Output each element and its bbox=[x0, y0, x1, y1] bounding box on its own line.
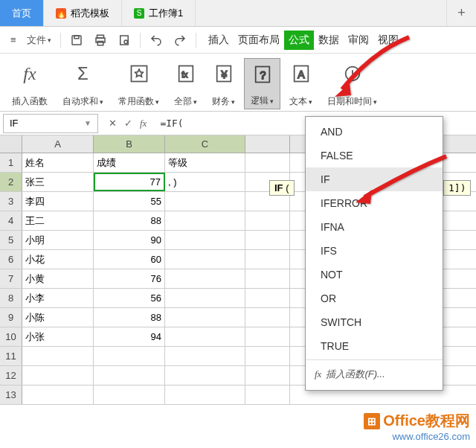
save-icon[interactable] bbox=[65, 31, 88, 50]
cell[interactable]: 等级 bbox=[165, 153, 245, 172]
row-header[interactable]: 10 bbox=[0, 327, 22, 346]
row-header[interactable]: 13 bbox=[0, 385, 22, 404]
tab-workbook1[interactable]: S 工作簿1 bbox=[122, 0, 196, 26]
cell[interactable]: 小李 bbox=[22, 289, 94, 307]
cell[interactable] bbox=[165, 211, 245, 230]
cell[interactable]: 88 bbox=[94, 308, 165, 327]
cell[interactable] bbox=[22, 347, 94, 365]
row-header[interactable]: 3 bbox=[0, 192, 22, 211]
file-menu[interactable]: 文件▾ bbox=[22, 31, 56, 50]
row-header[interactable]: 11 bbox=[0, 347, 22, 365]
cell[interactable]: 90 bbox=[94, 231, 165, 249]
cell[interactable]: 小陈 bbox=[22, 308, 94, 327]
dropdown-item-not[interactable]: NOT bbox=[306, 263, 443, 287]
all-functions-button[interactable]: fx 全部▾ bbox=[168, 58, 203, 109]
ribbon-tab-insert[interactable]: 插入 bbox=[204, 31, 234, 50]
col-header-d[interactable] bbox=[245, 135, 290, 153]
cell[interactable] bbox=[165, 327, 245, 346]
row-header[interactable]: 8 bbox=[0, 289, 22, 307]
cell[interactable] bbox=[94, 385, 165, 404]
hamburger-icon[interactable]: ≡ bbox=[6, 31, 21, 48]
cell-editing[interactable]: , ) bbox=[165, 173, 245, 191]
cell[interactable] bbox=[245, 269, 290, 288]
accept-formula-icon[interactable]: ✓ bbox=[124, 118, 132, 129]
cell[interactable] bbox=[165, 192, 245, 211]
row-header[interactable]: 12 bbox=[0, 366, 22, 385]
cell-active[interactable]: 77 bbox=[94, 173, 165, 191]
print-icon[interactable] bbox=[89, 31, 112, 50]
common-functions-button[interactable]: 常用函数▾ bbox=[112, 58, 165, 109]
tab-home[interactable]: 首页 bbox=[0, 0, 44, 26]
cancel-formula-icon[interactable]: ✕ bbox=[109, 118, 117, 129]
cell[interactable] bbox=[94, 366, 165, 385]
cell[interactable]: 88 bbox=[94, 211, 165, 230]
name-box[interactable]: IF▼ bbox=[3, 114, 98, 133]
cell[interactable] bbox=[165, 385, 245, 404]
dropdown-item-switch[interactable]: SWITCH bbox=[306, 310, 443, 334]
dropdown-item-true[interactable]: TRUE bbox=[306, 334, 443, 358]
row-header[interactable]: 1 bbox=[0, 153, 22, 172]
cell[interactable] bbox=[245, 327, 290, 346]
cell[interactable]: 55 bbox=[94, 192, 165, 211]
cell[interactable]: 李四 bbox=[22, 192, 94, 211]
dropdown-item-and[interactable]: AND bbox=[306, 120, 443, 144]
undo-icon[interactable] bbox=[145, 31, 167, 50]
dropdown-item-ifs[interactable]: IFS bbox=[306, 239, 443, 263]
cell[interactable] bbox=[245, 366, 290, 385]
tab-templates[interactable]: 🔥 稻壳模板 bbox=[44, 0, 122, 26]
cell[interactable] bbox=[245, 153, 290, 172]
autosum-button[interactable]: Σ 自动求和▾ bbox=[57, 58, 109, 109]
chevron-down-icon[interactable]: ▼ bbox=[84, 119, 91, 127]
cell[interactable]: 成绩 bbox=[94, 153, 165, 172]
cell[interactable]: 76 bbox=[94, 269, 165, 288]
add-tab-button[interactable]: + bbox=[446, 0, 476, 26]
logic-button[interactable]: ? 逻辑▾ bbox=[244, 58, 280, 109]
cell[interactable] bbox=[22, 366, 94, 385]
cell[interactable] bbox=[165, 250, 245, 269]
cell[interactable] bbox=[245, 385, 290, 404]
row-header[interactable]: 9 bbox=[0, 308, 22, 327]
row-header[interactable]: 2 bbox=[0, 173, 22, 191]
cell[interactable] bbox=[94, 347, 165, 365]
cell[interactable]: 王二 bbox=[22, 211, 94, 230]
cell[interactable]: 小明 bbox=[22, 231, 94, 249]
cell[interactable]: 小花 bbox=[22, 250, 94, 269]
fx-icon[interactable]: fx bbox=[140, 118, 147, 129]
cell[interactable]: 张三 bbox=[22, 173, 94, 191]
financial-button[interactable]: ¥ 财务▾ bbox=[206, 58, 241, 109]
dropdown-item-or[interactable]: OR bbox=[306, 287, 443, 310]
text-button[interactable]: A 文本▾ bbox=[283, 58, 318, 109]
insert-function-button[interactable]: fx 插入函数 bbox=[6, 58, 54, 109]
ribbon-tab-layout[interactable]: 页面布局 bbox=[234, 31, 284, 50]
cell[interactable]: 60 bbox=[94, 250, 165, 269]
col-header-a[interactable]: A bbox=[22, 135, 94, 153]
cell[interactable] bbox=[165, 308, 245, 327]
cell[interactable]: 姓名 bbox=[22, 153, 94, 172]
cell[interactable] bbox=[165, 366, 245, 385]
preview-icon[interactable] bbox=[113, 31, 135, 50]
cell[interactable]: 小张 bbox=[22, 327, 94, 346]
cell[interactable]: 小黄 bbox=[22, 269, 94, 288]
dropdown-insert-function[interactable]: fx 插入函数(F)... bbox=[306, 362, 443, 387]
col-header-c[interactable]: C bbox=[165, 135, 245, 153]
cell[interactable] bbox=[245, 289, 290, 307]
cell[interactable] bbox=[165, 269, 245, 288]
cell[interactable] bbox=[245, 250, 290, 269]
cell[interactable] bbox=[245, 308, 290, 327]
col-header-b[interactable]: B bbox=[94, 135, 165, 153]
dropdown-item-ifna[interactable]: IFNA bbox=[306, 215, 443, 239]
cell[interactable] bbox=[245, 347, 290, 365]
row-header[interactable]: 4 bbox=[0, 211, 22, 230]
redo-icon[interactable] bbox=[169, 31, 191, 50]
row-header[interactable]: 7 bbox=[0, 269, 22, 288]
cell[interactable] bbox=[165, 231, 245, 249]
select-all-corner[interactable] bbox=[0, 135, 22, 153]
cell[interactable] bbox=[245, 231, 290, 249]
ribbon-tab-formula[interactable]: 公式 bbox=[284, 31, 314, 50]
row-header[interactable]: 5 bbox=[0, 231, 22, 249]
cell[interactable] bbox=[165, 347, 245, 365]
cell[interactable] bbox=[22, 385, 94, 404]
cell[interactable] bbox=[165, 289, 245, 307]
cell[interactable]: 56 bbox=[94, 289, 165, 307]
cell[interactable]: 94 bbox=[94, 327, 165, 346]
